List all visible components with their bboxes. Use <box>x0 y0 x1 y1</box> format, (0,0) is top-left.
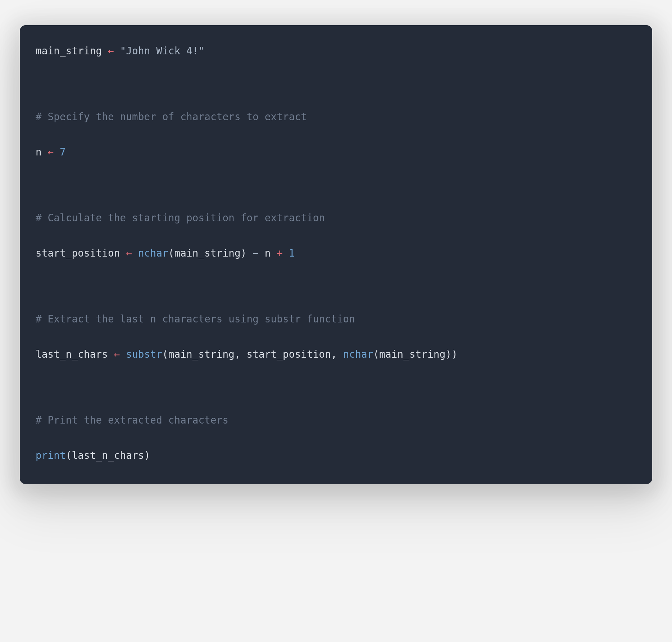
blank-line <box>36 159 636 185</box>
token-variable: n <box>36 146 42 158</box>
token-paren: ) <box>451 348 458 360</box>
token-comment: # Extract the last n characters using su… <box>36 313 355 325</box>
blank-line <box>36 260 636 286</box>
token-paren: ( <box>66 449 72 461</box>
code-comment-4: # Print the extracted characters <box>36 413 636 427</box>
blank-line <box>36 123 636 145</box>
token-variable: start_position <box>36 247 120 259</box>
code-line-4: last_n_chars ← substr(main_string, start… <box>36 347 636 361</box>
token-paren: ) <box>446 348 452 360</box>
token-paren: ( <box>373 348 379 360</box>
token-assign: ← <box>42 146 60 158</box>
blank-line <box>36 326 636 347</box>
token-paren: ) <box>144 449 150 461</box>
code-comment-1: # Specify the number of characters to ex… <box>36 110 636 124</box>
token-comma: , <box>235 348 247 360</box>
blank-line <box>36 427 636 448</box>
token-number: 7 <box>60 146 66 158</box>
token-arg: main_string <box>379 348 445 360</box>
token-assign: ← <box>108 348 126 360</box>
token-paren: ) <box>241 247 247 259</box>
token-operator: + <box>271 247 289 259</box>
code-line-3: start_position ← nchar(main_string) − n … <box>36 246 636 260</box>
token-operator: − <box>247 247 265 259</box>
token-arg: last_n_chars <box>72 449 144 461</box>
code-block: main_string ← "John Wick 4!" # Specify t… <box>20 25 652 484</box>
token-assign: ← <box>120 247 138 259</box>
blank-line <box>36 361 636 387</box>
code-line-2: n ← 7 <box>36 145 636 159</box>
blank-line <box>36 84 636 110</box>
blank-line <box>36 286 636 312</box>
token-comment: # Specify the number of characters to ex… <box>36 111 307 122</box>
token-string: "John Wick 4!" <box>120 45 205 56</box>
token-number: 1 <box>289 247 295 259</box>
token-function: nchar <box>138 247 168 259</box>
token-variable: n <box>265 247 271 259</box>
token-paren: ( <box>162 348 168 360</box>
token-arg: main_string <box>168 348 235 360</box>
token-assign: ← <box>102 45 120 56</box>
token-variable: last_n_chars <box>36 348 108 360</box>
token-arg: main_string <box>174 247 240 259</box>
code-comment-2: # Calculate the starting position for ex… <box>36 211 636 225</box>
token-variable: main_string <box>36 45 102 56</box>
token-arg: start_position <box>247 348 331 360</box>
code-line-5: print(last_n_chars) <box>36 448 636 462</box>
token-function: print <box>36 449 66 461</box>
token-comment: # Print the extracted characters <box>36 414 228 426</box>
token-paren: ( <box>168 247 174 259</box>
blank-line <box>36 225 636 246</box>
token-function: nchar <box>343 348 373 360</box>
code-comment-3: # Extract the last n characters using su… <box>36 312 636 326</box>
token-comma: , <box>331 348 343 360</box>
token-function: substr <box>126 348 162 360</box>
blank-line <box>36 185 636 211</box>
token-comment: # Calculate the starting position for ex… <box>36 212 325 223</box>
code-line-1: main_string ← "John Wick 4!" <box>36 44 636 58</box>
blank-line <box>36 58 636 84</box>
blank-line <box>36 387 636 413</box>
